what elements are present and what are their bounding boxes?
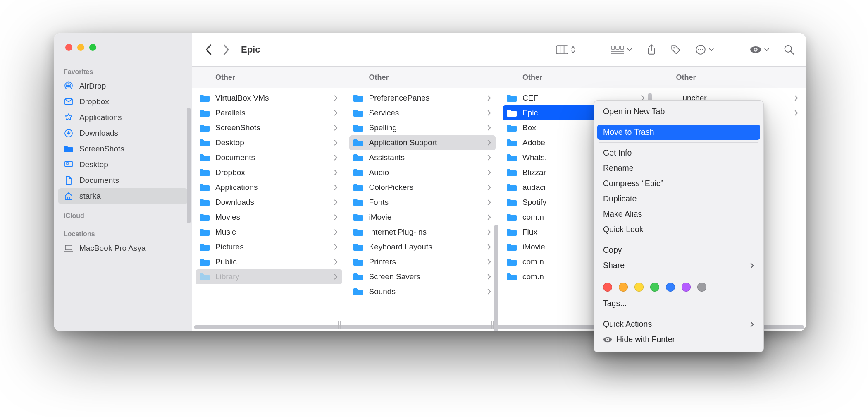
- chevron-right-icon: [750, 262, 754, 269]
- folder-label: Adobe: [522, 138, 545, 147]
- sidebar-item-applications[interactable]: Applications: [58, 110, 188, 125]
- search-button[interactable]: [782, 43, 796, 57]
- group-button[interactable]: [609, 43, 634, 56]
- sidebar-item-label: Downloads: [79, 129, 118, 138]
- column-resize-handle[interactable]: [489, 321, 496, 329]
- sidebar-item-label: Applications: [79, 113, 122, 122]
- folder-item[interactable]: Desktop: [196, 135, 342, 150]
- dropbox-icon: [64, 97, 74, 107]
- chevron-right-icon: [334, 273, 338, 280]
- folder-item[interactable]: Parallels: [196, 105, 342, 120]
- folder-item[interactable]: ScreenShots: [196, 120, 342, 135]
- home-icon: [64, 191, 74, 201]
- chevron-right-icon: [794, 95, 799, 101]
- tag-color-dot[interactable]: [697, 283, 706, 292]
- folder-item[interactable]: Downloads: [196, 195, 342, 210]
- context-menu-item[interactable]: Hide with Funter: [594, 332, 763, 347]
- context-menu-item[interactable]: Share: [594, 258, 763, 273]
- sidebar-item-screenshots[interactable]: ScreenShots: [58, 141, 188, 157]
- sidebar-item-macbook-pro-asya[interactable]: MacBook Pro Asya: [58, 240, 188, 256]
- sidebar-item-dropbox[interactable]: Dropbox: [58, 94, 188, 110]
- tag-color-dot[interactable]: [603, 283, 612, 292]
- context-menu-item[interactable]: Quick Look: [594, 222, 763, 237]
- sidebar-scrollbar[interactable]: [187, 108, 191, 223]
- folder-item[interactable]: Spelling: [349, 120, 496, 135]
- column-header[interactable]: Other: [499, 67, 653, 88]
- folder-item[interactable]: Movies: [196, 210, 342, 225]
- folder-item[interactable]: Documents: [196, 150, 342, 165]
- zoom-icon[interactable]: [89, 44, 96, 51]
- sidebar-item-desktop[interactable]: Desktop: [58, 157, 188, 173]
- folder-item[interactable]: Assistants: [349, 150, 496, 165]
- sidebar-item-downloads[interactable]: Downloads: [58, 125, 188, 141]
- tag-color-dot[interactable]: [666, 283, 675, 292]
- folder-item[interactable]: Pictures: [196, 240, 342, 254]
- folder-item[interactable]: Audio: [349, 165, 496, 180]
- menu-item-label: Move to Trash: [603, 127, 654, 137]
- minimize-icon[interactable]: [77, 44, 84, 51]
- context-menu-item[interactable]: Tags...: [594, 296, 763, 311]
- tag-color-dot[interactable]: [634, 283, 644, 292]
- folder-item[interactable]: ColorPickers: [349, 180, 496, 195]
- visibility-button[interactable]: [748, 44, 771, 55]
- folder-icon: [506, 138, 517, 147]
- context-menu-item[interactable]: Duplicate: [594, 191, 763, 206]
- folder-icon: [506, 213, 517, 222]
- folder-item[interactable]: Dropbox: [196, 165, 342, 180]
- folder-item[interactable]: Application Support: [349, 135, 496, 150]
- tag-color-dot[interactable]: [650, 283, 659, 292]
- column-header[interactable]: Other: [653, 67, 806, 88]
- svg-point-14: [673, 47, 675, 48]
- downloads-icon: [64, 128, 74, 138]
- sidebar-item-documents[interactable]: Documents: [58, 173, 188, 188]
- close-icon[interactable]: [65, 44, 72, 51]
- sidebar-item-label: starka: [79, 192, 101, 201]
- menu-item-label: Copy: [603, 245, 622, 255]
- context-menu-item[interactable]: Rename: [594, 161, 763, 176]
- folder-item[interactable]: Printers: [349, 254, 496, 269]
- back-button[interactable]: [202, 41, 215, 58]
- folder-item[interactable]: VirtualBox VMs: [196, 91, 342, 105]
- column-header[interactable]: Other: [346, 67, 499, 88]
- share-button[interactable]: [645, 42, 658, 57]
- context-menu-item[interactable]: Get Info: [594, 145, 763, 161]
- folder-label: Whats.: [522, 153, 547, 162]
- folder-item[interactable]: iMovie: [349, 210, 496, 225]
- chevron-right-icon: [487, 259, 491, 265]
- sidebar-item-airdrop[interactable]: AirDrop: [58, 78, 188, 94]
- folder-item[interactable]: Internet Plug-Ins: [349, 225, 496, 240]
- column-resize-handle[interactable]: [336, 321, 342, 329]
- context-menu-item[interactable]: Quick Actions: [594, 316, 763, 332]
- chevron-right-icon: [487, 169, 491, 176]
- more-button[interactable]: [694, 43, 716, 57]
- folder-item[interactable]: PreferencePanes: [349, 91, 496, 105]
- laptop-icon: [64, 243, 74, 253]
- folder-item[interactable]: Library: [196, 269, 342, 284]
- context-menu-item[interactable]: Compress “Epic”: [594, 176, 763, 191]
- folder-item[interactable]: Public: [196, 254, 342, 269]
- tag-color-dot[interactable]: [619, 283, 628, 292]
- context-menu-item[interactable]: Make Alias: [594, 206, 763, 222]
- context-menu-item[interactable]: Open in New Tab: [594, 104, 763, 119]
- folder-icon: [199, 257, 210, 266]
- context-menu-item[interactable]: Move to Trash: [597, 125, 760, 140]
- column-scrollbar[interactable]: [494, 225, 498, 331]
- column-body: PreferencePanes Services Spelling Applic…: [346, 88, 499, 331]
- column-header[interactable]: Other: [192, 67, 346, 88]
- folder-item[interactable]: Keyboard Layouts: [349, 240, 496, 254]
- folder-item[interactable]: Sounds: [349, 284, 496, 299]
- folder-label: Box: [522, 123, 536, 132]
- folder-item[interactable]: Screen Savers: [349, 269, 496, 284]
- tag-color-dot[interactable]: [682, 283, 691, 292]
- tags-button[interactable]: [669, 43, 683, 57]
- sidebar-item-starka[interactable]: starka: [58, 188, 188, 204]
- folder-icon: [199, 108, 210, 117]
- folder-item[interactable]: Applications: [196, 180, 342, 195]
- folder-item[interactable]: Services: [349, 105, 496, 120]
- view-columns-button[interactable]: [554, 43, 577, 56]
- menu-separator: [599, 142, 758, 143]
- folder-item[interactable]: Music: [196, 225, 342, 240]
- context-menu-item[interactable]: Copy: [594, 242, 763, 258]
- folder-item[interactable]: Fonts: [349, 195, 496, 210]
- forward-button[interactable]: [220, 41, 233, 58]
